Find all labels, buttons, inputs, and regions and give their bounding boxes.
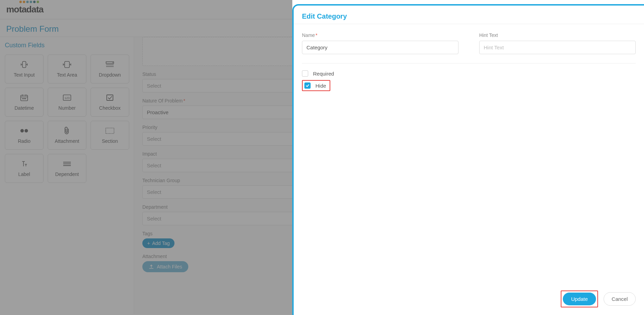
field-dependent[interactable]: Dependent (48, 154, 86, 183)
field-text-input[interactable]: Text Input (5, 55, 44, 83)
hint-label: Hint Text (479, 32, 636, 38)
svg-point-11 (25, 129, 28, 132)
brand-text: motadata (6, 4, 44, 14)
panel-title: Edit Category (302, 12, 636, 20)
svg-rect-3 (21, 95, 28, 101)
svg-text:123: 123 (64, 96, 69, 100)
field-label: Dropdown (99, 72, 121, 78)
dropdown-icon (105, 60, 114, 69)
svg-rect-0 (22, 61, 26, 68)
field-label: Radio (18, 138, 31, 144)
required-checkbox[interactable] (302, 70, 308, 77)
svg-rect-9 (107, 95, 113, 100)
hide-checkbox-row[interactable]: Hide (304, 82, 326, 89)
field-section[interactable]: Section (91, 121, 129, 150)
hide-label: Hide (315, 83, 326, 89)
field-number[interactable]: 123 Number (48, 88, 86, 117)
add-tag-button[interactable]: + Add Tag (142, 238, 174, 248)
hint-input[interactable] (479, 41, 636, 54)
field-label: Dependent (55, 171, 79, 177)
field-label: Text Input (14, 72, 35, 78)
field-label: Attachment (55, 138, 79, 144)
svg-rect-12 (106, 128, 114, 134)
checkbox-icon (106, 93, 114, 102)
svg-point-4 (22, 98, 23, 99)
field-datetime[interactable]: Datetime (5, 88, 44, 117)
required-checkbox-row[interactable]: Required (302, 70, 636, 77)
field-checkbox[interactable]: Checkbox (91, 88, 129, 117)
required-label: Required (313, 71, 334, 77)
custom-fields-sidebar: Custom Fields Text Input Text Area Dropd… (0, 37, 134, 314)
cancel-button[interactable]: Cancel (604, 292, 636, 306)
field-label: Label (18, 171, 30, 177)
hide-checkbox[interactable] (304, 82, 311, 89)
field-radio[interactable]: Radio (5, 121, 44, 150)
upload-icon (149, 264, 154, 269)
field-label: Text Area (57, 72, 77, 78)
field-label: Section (102, 138, 118, 144)
plus-icon: + (147, 240, 150, 246)
update-button[interactable]: Update (563, 293, 596, 305)
section-icon (105, 127, 115, 135)
panel-header: Edit Category (294, 6, 644, 24)
field-label: Checkbox (99, 105, 121, 111)
text-input-icon (20, 60, 29, 69)
datetime-icon (20, 93, 28, 102)
hide-highlight: Hide (302, 80, 330, 91)
sidebar-title: Custom Fields (5, 42, 129, 49)
svg-point-6 (25, 98, 26, 99)
attach-files-button[interactable]: Attach Files (142, 261, 188, 272)
panel-footer: Update Cancel (294, 285, 644, 315)
radio-icon (20, 127, 29, 135)
svg-point-5 (24, 98, 25, 99)
svg-rect-1 (65, 61, 69, 68)
name-label: Name* (302, 32, 458, 38)
field-text-area[interactable]: Text Area (48, 55, 86, 83)
attachment-icon (64, 127, 70, 135)
field-label[interactable]: Label (5, 154, 44, 183)
text-area-icon (62, 60, 72, 69)
field-label: Number (58, 105, 76, 111)
svg-point-10 (20, 129, 24, 132)
field-dropdown[interactable]: Dropdown (91, 55, 129, 83)
field-attachment[interactable]: Attachment (48, 121, 86, 150)
update-highlight: Update (561, 291, 598, 307)
edit-category-panel: Edit Category Name* Hint Text Required H… (292, 4, 644, 315)
number-icon: 123 (63, 93, 72, 102)
brand-logo: motadata (6, 4, 44, 15)
field-label: Datetime (15, 105, 34, 111)
name-input[interactable] (302, 41, 458, 54)
label-icon (20, 160, 28, 168)
dependent-icon (63, 160, 72, 168)
